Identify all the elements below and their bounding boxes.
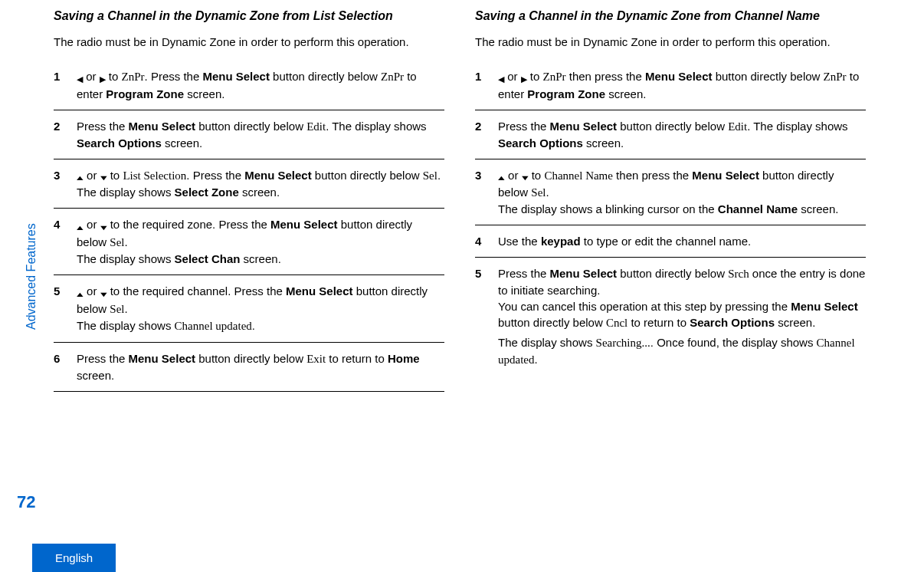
step-body: or to ZnPr then press the Menu Select bu…: [498, 68, 866, 102]
step-body: Press the Menu Select button directly be…: [77, 118, 444, 151]
step-body: or to the required zone. Press the Menu …: [77, 216, 444, 267]
step-body: or to List Selection. Press the Menu Sel…: [77, 167, 444, 201]
step: 4 or to the required zone. Press the Men…: [54, 209, 444, 275]
left-intro: The radio must be in Dynamic Zone in ord…: [54, 34, 444, 50]
step-body: Use the keypad to type or edit the chann…: [498, 233, 866, 249]
nav-up-icon: [498, 168, 505, 184]
step-body: Press the Menu Select button directly be…: [498, 265, 866, 368]
right-intro: The radio must be in Dynamic Zone in ord…: [475, 34, 866, 50]
left-column: Saving a Channel in the Dynamic Zone fro…: [54, 8, 444, 564]
step-num: 5: [475, 265, 498, 368]
nav-down-icon: [100, 284, 107, 301]
step: 5 Press the Menu Select button directly …: [475, 258, 866, 376]
page-number: 72: [17, 491, 35, 514]
step: 4 Use the keypad to type or edit the cha…: [475, 225, 866, 258]
step-num: 1: [475, 68, 498, 102]
step-body: Press the Menu Select button directly be…: [498, 118, 866, 151]
nav-up-icon: [77, 168, 84, 184]
nav-right-icon: [521, 70, 527, 86]
step-num: 3: [475, 167, 498, 218]
step-body: or to Channel Name then press the Menu S…: [498, 167, 866, 218]
step-num: 5: [54, 283, 77, 334]
nav-down-icon: [522, 168, 529, 184]
nav-down-icon: [100, 168, 107, 184]
step-body: or to the required channel. Press the Me…: [77, 283, 444, 334]
step-num: 3: [54, 167, 77, 201]
nav-left-icon: [77, 70, 83, 86]
nav-up-icon: [77, 284, 84, 301]
nav-left-icon: [498, 70, 504, 86]
step-num: 6: [54, 350, 77, 383]
step-num: 4: [475, 233, 498, 249]
step-num: 2: [475, 118, 498, 151]
language-tab: English: [32, 544, 116, 572]
step: 1 or to ZnPr. Press the Menu Select butt…: [54, 61, 444, 110]
step: 2 Press the Menu Select button directly …: [54, 110, 444, 159]
step-body: or to ZnPr. Press the Menu Select button…: [77, 68, 444, 102]
step-num: 4: [54, 216, 77, 267]
step-num: 2: [54, 118, 77, 151]
nav-down-icon: [100, 218, 107, 234]
page-body: Saving a Channel in the Dynamic Zone fro…: [0, 0, 924, 572]
nav-up-icon: [77, 218, 84, 234]
left-title: Saving a Channel in the Dynamic Zone fro…: [54, 8, 444, 25]
step: 3 or to List Selection. Press the Menu S…: [54, 159, 444, 209]
step: 2 Press the Menu Select button directly …: [475, 110, 866, 159]
step-num: 1: [54, 68, 77, 102]
step-body: Press the Menu Select button directly be…: [77, 350, 444, 383]
step: 1 or to ZnPr then press the Menu Select …: [475, 61, 866, 110]
nav-right-icon: [100, 70, 106, 86]
step: 6 Press the Menu Select button directly …: [54, 343, 444, 392]
step: 3 or to Channel Name then press the Menu…: [475, 159, 866, 226]
step: 5 or to the required channel. Press the …: [54, 275, 444, 343]
right-title: Saving a Channel in the Dynamic Zone fro…: [475, 8, 866, 25]
right-column: Saving a Channel in the Dynamic Zone fro…: [475, 8, 866, 564]
sidebar-section-label: Advanced Features: [23, 223, 40, 330]
